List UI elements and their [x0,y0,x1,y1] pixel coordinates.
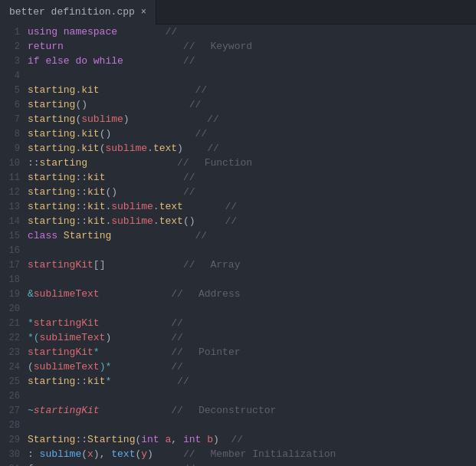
line: 10::starting //Function [0,156,476,170]
line-number: 22 [0,333,28,343]
token: starting [28,376,75,387]
token: sublime [105,143,147,154]
tab-active[interactable]: better definition.cpp × [0,0,156,25]
token: ( [28,361,34,372]
line-content: starting::kit() // [28,186,476,198]
token: :: [75,172,87,183]
line-number: 31 [0,464,28,467]
token [183,143,207,154]
token: // [189,99,202,110]
line-number: 2 [0,41,28,52]
token: // [171,361,183,372]
token: : [28,448,40,460]
token: () [105,186,117,198]
token [111,376,177,387]
line-content: : sublime(x), text(y) //Member Initializ… [28,448,476,460]
token: kit [81,143,99,154]
line: 26 [0,389,476,403]
token: starting [28,84,75,96]
token: starting [28,113,75,125]
line: 1using namespace // [0,25,476,39]
line: 16 [0,243,476,258]
token: starting [40,157,87,169]
line: 11starting::kit // [0,170,476,185]
token [105,172,182,183]
token [117,26,165,38]
token: int [183,434,201,445]
line-number: 24 [0,362,28,372]
line-number: 17 [0,260,28,271]
line-number: 1 [0,27,28,38]
token [219,434,231,445]
line-content: starting::kit* // [28,376,476,387]
line: 29Starting::Starting(int a, int b) // [0,432,476,447]
token: sublime [40,448,82,460]
line-number: 25 [0,376,28,387]
line-number: 4 [0,71,28,81]
token: . [105,215,111,227]
type-label: Keyword [210,41,252,52]
line: 7starting(sublime) // [0,112,476,126]
token: ( [135,434,141,445]
line: 24(sublimeText)* // [0,359,476,374]
line: 15class Starting // [0,228,476,243]
token: ) [177,143,183,154]
token: // [177,376,189,387]
line-content: startingKit[] //Array [28,259,476,271]
token [100,84,195,96]
line-number: 9 [0,143,28,154]
token [34,463,183,466]
token: // [183,41,195,52]
token: sublime [81,113,123,125]
token: // [225,201,238,212]
type-label: Function [205,157,252,169]
token: ( [81,448,87,460]
line-content: starting() // [28,99,476,110]
line-number: 18 [0,274,28,285]
token: & [28,288,34,300]
line: 12starting::kit() // [0,185,476,199]
token: . [75,128,81,139]
token: // [183,463,195,466]
token: // [171,346,183,358]
token: // [195,230,207,241]
token: kit [81,128,99,139]
token: , [171,434,183,445]
token: kit [81,84,99,96]
line-content: (sublimeText)* // [28,361,476,372]
token: // [171,405,183,416]
token [111,230,195,241]
token: // [171,317,183,329]
token: // [207,143,219,154]
token: . [105,201,111,212]
token: Starting [87,434,135,445]
type-label: Pointer [199,346,241,358]
tab-close-icon[interactable]: × [141,7,146,18]
token [153,448,183,460]
token: kit [87,201,105,212]
token: starting [28,215,75,227]
token: () [183,215,195,227]
token: // [183,172,195,183]
line: 4 [0,68,476,83]
line: 25starting::kit* // [0,374,476,389]
line-number: 13 [0,202,28,212]
token: // [177,157,189,169]
token: sublimeText [34,361,100,372]
line: 19&sublimeText //Address [0,287,476,301]
token: . [147,143,153,154]
token [111,332,171,343]
line: 9starting.kit(sublime.text) // [0,141,476,156]
token: Starting [64,230,111,241]
token: class [28,230,57,241]
line: 28 [0,418,476,432]
line-number: 28 [0,420,28,431]
type-label: Array [210,259,240,271]
token: sublimeText [40,332,106,343]
line-number: 30 [0,449,28,460]
line: 30: sublime(x), text(y) //Member Initial… [0,447,476,461]
line-content: starting.kit // [28,84,476,96]
token: () [100,128,112,139]
token: starting [28,99,75,110]
token: b [207,434,213,445]
